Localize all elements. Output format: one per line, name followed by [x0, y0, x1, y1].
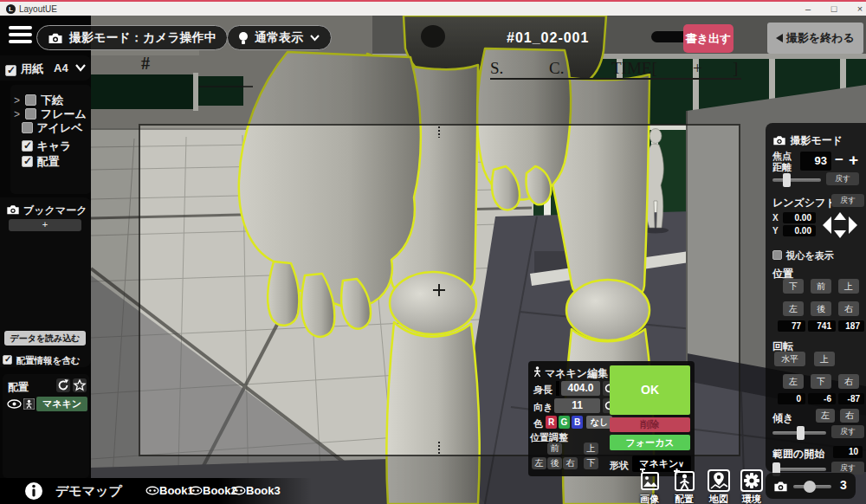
bookmark-book3[interactable]: Book3 — [232, 484, 281, 497]
camera-icon — [48, 32, 63, 44]
direction-value-field[interactable]: 11 — [554, 398, 600, 413]
layer-row-frame[interactable]: > フレーム — [12, 106, 87, 119]
focus-button[interactable]: フォーカス — [610, 435, 690, 450]
rot-up-button[interactable]: 上 — [814, 352, 835, 366]
placement-refresh-button[interactable] — [56, 378, 70, 392]
frame-center-mark-bottom — [438, 442, 440, 454]
adjust-up-button[interactable]: 上 — [584, 443, 598, 455]
pos-up-button[interactable]: 上 — [838, 279, 859, 294]
paper-time-label: TIME[ — [611, 59, 657, 78]
adjust-left-button[interactable]: 左 — [532, 457, 546, 469]
pos-front-button[interactable]: 前 — [811, 279, 831, 294]
placement-title: 配置 — [8, 380, 29, 395]
maximize-button[interactable]: □ — [824, 3, 843, 16]
focal-slider-track[interactable] — [772, 178, 821, 182]
layer-row-shitae[interactable]: > 下絵 — [12, 92, 63, 105]
tilt-right-button[interactable]: 右 — [840, 409, 859, 423]
pos-back-button[interactable]: 後 — [811, 301, 831, 316]
adjust-front-button[interactable]: 前 — [547, 443, 562, 455]
image-plus-icon[interactable] — [637, 468, 662, 493]
tilt-slider-track[interactable] — [772, 431, 826, 435]
camera-count-value: 3 — [840, 478, 847, 492]
close-button[interactable]: × — [850, 3, 866, 16]
focal-reset-button[interactable]: 戻す — [826, 172, 859, 185]
load-data-button[interactable]: データを読み込む — [4, 331, 86, 346]
gear-icon[interactable] — [740, 468, 764, 493]
map-pin-icon[interactable] — [707, 468, 731, 493]
layer-checkbox[interactable] — [22, 140, 33, 152]
minimize-button[interactable]: – — [798, 3, 818, 16]
lens-y-value[interactable]: 0.00 — [783, 225, 816, 236]
chevron-down-icon[interactable] — [74, 63, 87, 72]
camera-count-slider-track[interactable] — [793, 485, 831, 488]
layer-checkbox[interactable] — [25, 94, 36, 106]
show-view-center-checkbox[interactable] — [772, 250, 782, 260]
hamburger-menu-icon[interactable] — [9, 26, 32, 45]
placement-star-button[interactable] — [73, 378, 87, 392]
adjust-right-button[interactable]: 右 — [563, 457, 578, 469]
export-button[interactable]: 書き出す — [683, 24, 734, 53]
focal-label-line2: 距離 — [772, 162, 792, 173]
expand-arrow-icon[interactable]: > — [14, 108, 20, 120]
rot-down-button[interactable]: 下 — [811, 374, 831, 389]
rot-horizontal-button[interactable]: 水平 — [774, 352, 805, 366]
placement-item-row[interactable]: マネキン — [6, 397, 87, 411]
include-placement-row[interactable]: 配置情報を含む — [3, 352, 80, 367]
pos-left-button[interactable]: 左 — [783, 301, 804, 316]
tilt-reset-button[interactable]: 戻す — [831, 425, 864, 438]
layer-checkbox[interactable] — [22, 122, 33, 133]
info-icon[interactable] — [24, 481, 43, 501]
tilt-left-button[interactable]: 左 — [816, 409, 835, 423]
paper-size-control[interactable]: 用紙 A4 — [0, 55, 91, 81]
include-placement-checkbox[interactable] — [3, 355, 12, 365]
color-b-button[interactable]: B — [572, 416, 583, 429]
paper-label: 用紙 — [21, 61, 43, 77]
layer-label: キャラ — [36, 139, 71, 152]
bookmark-add-button[interactable]: + — [9, 219, 81, 231]
placement-item-selected[interactable]: マネキン — [36, 397, 87, 411]
height-label: 身長 — [533, 384, 553, 397]
show-view-center-row[interactable]: 視心を表示 — [772, 247, 834, 262]
layer-checkbox[interactable] — [25, 108, 36, 120]
color-none-button[interactable]: なし — [586, 416, 612, 429]
tilt-slider-thumb[interactable] — [797, 426, 805, 440]
rot-y-value: -6 — [808, 393, 836, 404]
adjust-down-button[interactable]: 下 — [584, 457, 598, 469]
focal-length-value[interactable]: 93 — [800, 152, 831, 171]
person-plus-icon[interactable] — [672, 468, 696, 493]
focal-slider-thumb[interactable] — [783, 173, 791, 187]
lens-y-label: Y — [772, 226, 779, 236]
end-shooting-button[interactable]: 撮影を終わる — [767, 23, 863, 54]
pos-z-value: 187 — [838, 320, 864, 332]
adjust-back-button[interactable]: 後 — [547, 457, 562, 469]
layer-row-eyelevel[interactable]: アイレベル — [22, 120, 91, 132]
expand-arrow-icon[interactable]: > — [14, 94, 20, 107]
lens-shift-arrow-pad[interactable] — [819, 206, 861, 244]
display-mode-pill[interactable]: 通常表示 — [227, 25, 332, 50]
camera-count-slider-thumb[interactable] — [804, 481, 816, 493]
layer-row-haichi[interactable]: 配置 — [22, 153, 59, 166]
paper-checkbox[interactable] — [5, 65, 16, 76]
color-r-button[interactable]: R — [546, 416, 557, 429]
delete-button[interactable]: 削除 — [610, 417, 690, 432]
focal-plus-button[interactable]: + — [849, 151, 858, 170]
ok-button[interactable]: OK — [610, 365, 690, 415]
height-value-field[interactable]: 404.0 — [561, 381, 600, 396]
rot-left-button[interactable]: 左 — [783, 374, 804, 389]
bookmark-book2[interactable]: Book2 — [189, 484, 237, 497]
lens-x-value[interactable]: 0.00 — [783, 212, 816, 223]
focal-minus-button[interactable]: − — [835, 152, 843, 169]
layer-row-chara[interactable]: キャラ — [22, 138, 71, 151]
lens-shift-reset-button[interactable]: 戻す — [831, 194, 864, 207]
camera-icon — [6, 204, 20, 215]
color-g-button[interactable]: G — [559, 416, 570, 429]
bookmark-book1[interactable]: Book1 — [145, 484, 194, 497]
rot-right-button[interactable]: 右 — [838, 374, 859, 389]
shooting-mode-pill[interactable]: 撮影モード：カメラ操作中 — [36, 25, 228, 50]
pos-down-button[interactable]: 下 — [783, 279, 804, 294]
range-slider-track[interactable] — [772, 468, 826, 471]
range-start-value[interactable]: 10 — [833, 446, 863, 458]
pos-right-button[interactable]: 右 — [838, 301, 859, 316]
layer-checkbox[interactable] — [22, 156, 33, 167]
eye-icon[interactable] — [7, 399, 22, 409]
